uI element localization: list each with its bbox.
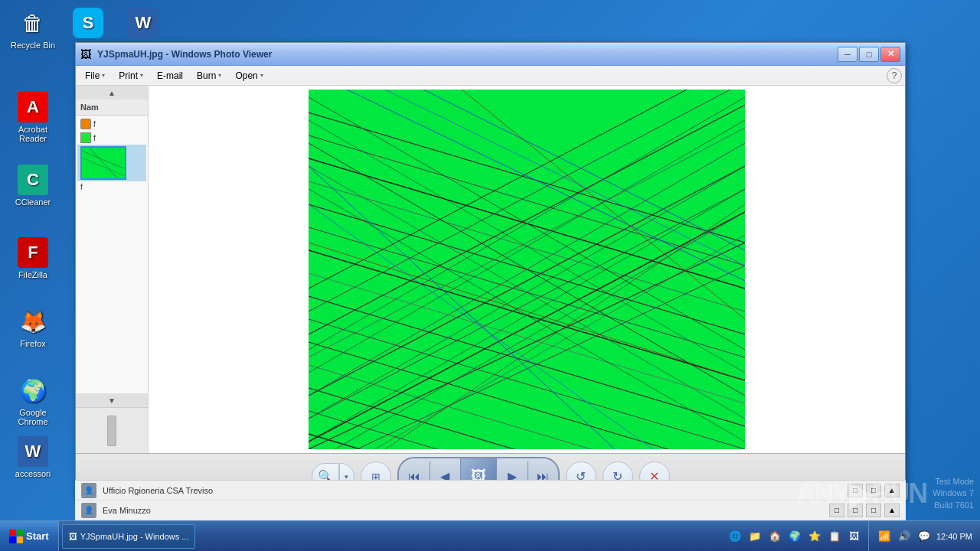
file-thumb-selected	[80, 146, 126, 180]
desktop-icon-recycle[interactable]: 🗑 Recycle Bin	[6, 8, 60, 50]
desktop-icon-word2[interactable]: W accessori	[6, 436, 60, 478]
menu-open[interactable]: Open ▾	[229, 69, 269, 83]
firefox-icon: 🦊	[18, 306, 48, 337]
image-svg	[309, 90, 745, 449]
anyrun-watermark: ANY ▶ RUN Test Mode Windows 7 Build 7601	[789, 473, 980, 514]
tray-volume-icon[interactable]: 🔊	[897, 529, 912, 544]
menu-file[interactable]: File ▾	[79, 69, 111, 83]
system-tray: 📶 🔊 💬 12:40 PM	[868, 521, 980, 551]
desktop-icon-label: Recycle Bin	[11, 41, 55, 50]
word2-icon: W	[18, 436, 48, 467]
taskbar-media-icon[interactable]: 📋	[827, 529, 842, 544]
acrobat-icon: A	[18, 92, 48, 122]
ccleaner-icon: C	[18, 165, 48, 195]
taskbar-browser-icon[interactable]: 🌍	[787, 529, 802, 544]
chrome-icon: 🌍	[18, 375, 48, 406]
scroll-down-button[interactable]: ▼	[76, 393, 148, 407]
desktop-icon-label: CCleaner	[15, 197, 51, 207]
file-panel: ▲ Nam f f	[76, 86, 149, 453]
svg-line-2	[90, 148, 117, 178]
file-panel-header: Nam	[76, 99, 148, 116]
status-row-1: 👤 Ufficio Rgioneria CSA Treviso □ □ ▲	[75, 481, 906, 500]
desktop-icon-firefox[interactable]: 🦊 Firefox	[6, 306, 60, 348]
file-item-2[interactable]: f	[77, 131, 146, 145]
windows-logo	[9, 530, 23, 543]
status-text-1: Ufficio Rgioneria CSA Treviso	[103, 486, 841, 495]
svg-line-29	[423, 90, 745, 250]
svg-line-28	[385, 90, 745, 266]
scroll-up-button[interactable]: ▲	[76, 86, 148, 99]
main-image	[309, 90, 745, 449]
menu-print[interactable]: Print ▾	[113, 69, 149, 83]
word-icon: W	[128, 8, 158, 38]
svg-line-31	[309, 204, 653, 449]
svg-line-0	[83, 152, 125, 169]
print-menu-arrow: ▾	[140, 72, 143, 79]
file-list: f f	[76, 116, 148, 393]
svg-line-25	[309, 243, 745, 449]
photo-viewer-window: 🖼 YJSpmaUH.jpg - Windows Photo Viewer ─ …	[75, 42, 906, 500]
left-panel-scrollbar	[76, 407, 148, 453]
svg-line-45	[309, 212, 745, 449]
taskbar-star-icon[interactable]: ⭐	[807, 529, 822, 544]
desktop: 🗑 Recycle Bin S Skype W Word A Acrobat R…	[0, 0, 980, 551]
taskbar-item-photo-viewer[interactable]: 🖼 YJSpmaUH.jpg - Windows ...	[62, 524, 196, 549]
tray-network-icon[interactable]: 📶	[877, 529, 892, 544]
window-title: YJSpmaUH.jpg - Windows Photo Viewer	[97, 49, 833, 60]
svg-line-21	[309, 128, 745, 357]
desktop-icon-label: accessori	[15, 469, 51, 478]
taskbar: Start 🖼 YJSpmaUH.jpg - Windows ... 🌐 📁 🏠…	[0, 520, 980, 551]
desktop-icon-label: Google Chrome	[6, 408, 60, 426]
open-menu-arrow: ▾	[260, 72, 263, 79]
anyrun-logo: ANY ▶ RUN	[795, 476, 926, 511]
taskbar-home-icon[interactable]: 🏠	[767, 529, 782, 544]
svg-line-1	[83, 158, 125, 176]
user-avatar-2: 👤	[81, 503, 96, 518]
window-controls: ─ □ ✕	[838, 47, 900, 62]
file-thumb-1	[80, 119, 91, 129]
taskbar-ie-icon[interactable]: 🌐	[727, 529, 743, 544]
taskbar-photos-icon[interactable]: 🖼	[847, 529, 862, 544]
desktop-icon-label: Acrobat Reader	[6, 125, 60, 143]
file-menu-arrow: ▾	[102, 72, 105, 79]
taskbar-folder-icon[interactable]: 📁	[747, 529, 763, 544]
menu-email[interactable]: E-mail	[151, 69, 189, 83]
status-row-2: 👤 Eva Minuzzo □ □ □ ▲	[75, 500, 906, 520]
svg-line-46	[309, 235, 745, 449]
file-item-3[interactable]	[77, 145, 146, 181]
clock: 12:40 PM	[936, 532, 972, 541]
desktop-icon-acrobat[interactable]: A Acrobat Reader	[6, 92, 60, 143]
desktop-icon-label: FileZilla	[18, 270, 47, 279]
desktop-icon-filezilla[interactable]: F FileZilla	[6, 237, 60, 279]
anyrun-text: Test Mode Windows 7 Build 7601	[933, 476, 974, 511]
recycle-bin-icon: 🗑	[18, 8, 48, 38]
desktop-icon-ccleaner[interactable]: C CCleaner	[6, 165, 60, 207]
burn-menu-arrow: ▾	[218, 72, 221, 79]
desktop-icon-chrome[interactable]: 🌍 Google Chrome	[6, 375, 60, 426]
svg-line-22	[309, 105, 745, 334]
taskbar-items: 🖼 YJSpmaUH.jpg - Windows ...	[59, 521, 721, 551]
start-button[interactable]: Start	[0, 521, 59, 552]
window-body: ▲ Nam f f	[76, 86, 905, 453]
maximize-button[interactable]: □	[859, 47, 879, 62]
taskbar-item-icon: 🖼	[69, 532, 77, 541]
scrollbar-thumb[interactable]	[107, 416, 116, 446]
window-titlebar: 🖼 YJSpmaUH.jpg - Windows Photo Viewer ─ …	[76, 43, 905, 66]
window-app-icon: 🖼	[80, 48, 93, 60]
help-button[interactable]: ?	[887, 68, 902, 83]
menu-burn[interactable]: Burn ▾	[191, 69, 227, 83]
filezilla-icon: F	[18, 237, 48, 268]
skype-icon: S	[73, 8, 103, 38]
status-bar-container: 👤 Ufficio Rgioneria CSA Treviso □ □ ▲ 👤 …	[75, 480, 906, 520]
file-thumb-2	[80, 132, 91, 143]
desktop-icon-label: Firefox	[20, 339, 46, 348]
minimize-button[interactable]: ─	[838, 47, 858, 62]
file-item-1[interactable]: f	[77, 117, 146, 131]
file-item-4[interactable]: f	[77, 181, 146, 193]
user-avatar-1: 👤	[81, 483, 96, 498]
close-button[interactable]: ✕	[880, 47, 900, 62]
tray-action-center-icon[interactable]: 💬	[916, 529, 932, 544]
window-menubar: File ▾ Print ▾ E-mail Burn ▾ Open ▾ ?	[76, 66, 905, 86]
image-area	[149, 86, 905, 453]
svg-line-34	[462, 90, 745, 319]
